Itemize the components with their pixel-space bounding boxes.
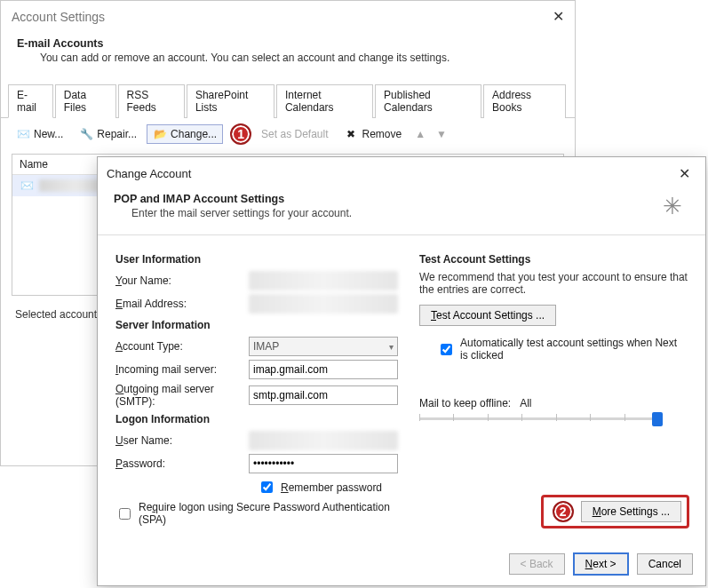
callout-2: 2	[553, 501, 574, 522]
toolbar: ✉️ New... 🔧 Repair... 📂 Change... 1 Set …	[1, 118, 575, 150]
tab-rss-feeds[interactable]: RSS Feeds	[118, 84, 185, 118]
more-settings-highlight: 2 More Settings ...	[541, 495, 689, 528]
new-label: New...	[34, 128, 63, 140]
right-column: Test Account Settings We recommend that …	[419, 248, 688, 531]
tab-email[interactable]: E-mail	[8, 84, 53, 118]
dialog-head-sub: Enter the mail server settings for your …	[131, 207, 352, 219]
label-email: Email Address:	[115, 298, 249, 310]
require-spa-checkbox[interactable]	[119, 508, 131, 520]
set-default-button[interactable]: Set as Default	[255, 125, 334, 143]
label-your-name: Your Name:	[115, 274, 249, 287]
test-account-button[interactable]: Test Account Settings ...	[419, 305, 556, 326]
auto-test-checkbox[interactable]	[441, 344, 452, 355]
change-label: Change...	[171, 128, 217, 140]
dialog-title: Change Account	[107, 167, 191, 180]
change-button[interactable]: 📂 Change...	[147, 124, 223, 144]
username-blurred	[249, 431, 398, 450]
section-logon: Logon Information	[115, 413, 398, 425]
more-settings-button[interactable]: More Settings ...	[581, 501, 681, 522]
section-test: Test Account Settings	[419, 253, 688, 266]
callout-1: 1	[230, 123, 251, 145]
cancel-button[interactable]: Cancel	[637, 553, 693, 575]
remember-password-label: Remember password	[281, 481, 382, 494]
new-icon: ✉️	[16, 127, 30, 141]
next-button[interactable]: Next >	[574, 553, 628, 575]
tab-published-cals[interactable]: Published Calendars	[375, 84, 481, 118]
dialog-header: POP and IMAP Account Settings Enter the …	[98, 189, 705, 235]
dialog-head-bold: POP and IMAP Account Settings	[114, 193, 284, 205]
mail-offline-value: All	[520, 397, 531, 409]
window-header: E-mail Accounts You can add or remove an…	[1, 32, 575, 76]
section-server: Server Information	[115, 319, 398, 331]
header-desc: You can add or remove an account. You ca…	[40, 52, 559, 64]
set-default-label: Set as Default	[261, 128, 328, 140]
remove-label: Remove	[362, 128, 402, 140]
incoming-server-input[interactable]	[249, 360, 398, 379]
outgoing-server-input[interactable]	[249, 385, 398, 405]
password-input[interactable]	[249, 454, 398, 473]
remove-icon: ✖	[344, 127, 358, 141]
header-bold: E-mail Accounts	[17, 37, 103, 50]
test-desc: We recommend that you test your account …	[419, 271, 688, 296]
repair-label: Repair...	[97, 128, 137, 140]
back-button: < Back	[509, 553, 565, 575]
label-incoming: Incoming mail server:	[115, 363, 249, 376]
cursor-icon: ✳	[663, 193, 682, 220]
window-titlebar: Account Settings ✕	[1, 1, 575, 32]
mail-offline-slider[interactable]	[419, 409, 659, 427]
window-title: Account Settings	[12, 10, 105, 24]
your-name-blurred	[249, 271, 398, 290]
slider-ticks	[419, 414, 659, 423]
label-outgoing: Outgoing mail server (SMTP):	[115, 383, 249, 408]
dialog-titlebar: Change Account ✕	[98, 157, 705, 189]
tabs: E-mail Data Files RSS Feeds SharePoint L…	[1, 83, 575, 118]
tab-internet-cals[interactable]: Internet Calendars	[276, 84, 373, 118]
move-down-icon[interactable]: ▼	[433, 128, 450, 140]
left-column: User Information Your Name: Email Addres…	[115, 248, 398, 531]
close-icon[interactable]: ✕	[553, 8, 564, 25]
change-account-dialog: Change Account ✕ POP and IMAP Account Se…	[97, 156, 706, 586]
mail-icon: ✉️	[20, 179, 34, 193]
repair-icon: 🔧	[79, 127, 93, 141]
account-type-value: IMAP	[253, 340, 279, 353]
chevron-down-icon: ▾	[389, 342, 394, 352]
dialog-footer: < Back Next > Cancel	[509, 553, 693, 575]
account-type-select: IMAP ▾	[249, 337, 398, 356]
move-up-icon[interactable]: ▲	[411, 128, 429, 140]
slider-thumb[interactable]	[652, 412, 663, 426]
label-username: User Name:	[115, 434, 249, 447]
label-password: Password:	[115, 457, 249, 470]
repair-button[interactable]: 🔧 Repair...	[73, 124, 143, 144]
mail-offline-label: Mail to keep offline:	[419, 397, 511, 409]
dialog-body: User Information Your Name: Email Addres…	[98, 235, 705, 531]
remove-button[interactable]: ✖ Remove	[338, 124, 408, 144]
change-icon: 📂	[153, 127, 167, 141]
require-spa-label: Require logon using Secure Password Auth…	[139, 501, 398, 526]
auto-test-label: Automatically test account settings when…	[460, 337, 688, 362]
mail-offline-row: Mail to keep offline: All	[419, 397, 688, 409]
tab-address-books[interactable]: Address Books	[483, 84, 566, 118]
close-icon[interactable]: ✕	[672, 163, 696, 184]
tab-sharepoint-lists[interactable]: SharePoint Lists	[187, 84, 274, 118]
section-user: User Information	[115, 253, 398, 266]
tab-data-files[interactable]: Data Files	[55, 84, 116, 118]
new-button[interactable]: ✉️ New...	[10, 124, 69, 144]
remember-password-checkbox[interactable]	[261, 481, 273, 493]
email-blurred	[249, 294, 398, 314]
label-account-type: Account Type:	[115, 340, 249, 353]
